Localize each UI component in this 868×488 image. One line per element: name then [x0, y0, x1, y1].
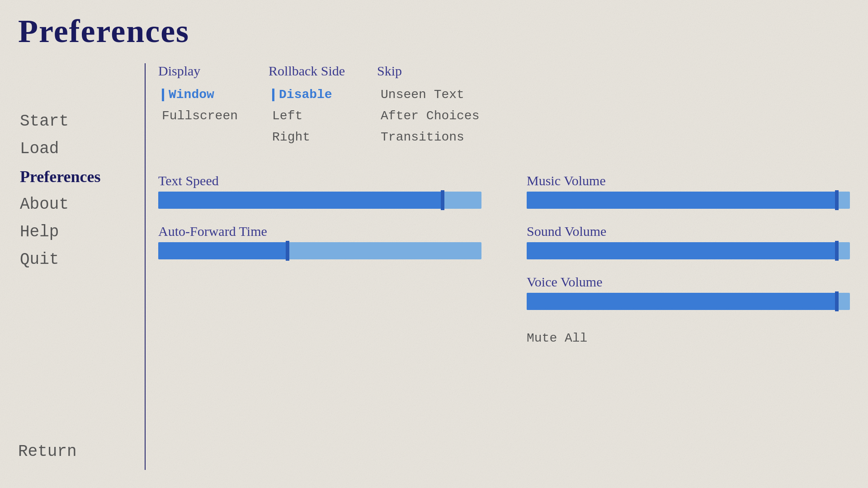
return-button[interactable]: Return — [18, 442, 77, 461]
sound-volume-fill — [527, 242, 837, 259]
sound-volume-slider-item: Sound Volume — [527, 224, 850, 261]
sidebar-item-preferences[interactable]: Preferences — [18, 164, 145, 190]
timing-sliders: Text Speed Auto-Forward Time — [158, 173, 481, 347]
skip-after-choices-option[interactable]: After Choices — [377, 107, 483, 125]
voice-volume-slider-item: Voice Volume — [527, 274, 850, 311]
sidebar-item-start[interactable]: Start — [18, 108, 145, 134]
page-title: Preferences — [18, 13, 189, 50]
rollback-disable-option[interactable]: Disable — [269, 86, 350, 103]
voice-volume-slider[interactable] — [527, 291, 850, 311]
skip-transitions-option[interactable]: Transitions — [377, 128, 483, 146]
voice-volume-track — [527, 293, 850, 310]
music-volume-track — [527, 192, 850, 209]
auto-forward-fill — [158, 242, 288, 259]
sound-volume-thumb — [835, 241, 839, 261]
voice-volume-fill — [527, 293, 837, 310]
text-speed-slider[interactable] — [158, 190, 481, 210]
mute-all-button[interactable]: Mute All — [527, 329, 850, 347]
music-volume-thumb — [835, 190, 839, 210]
auto-forward-thumb — [286, 241, 289, 261]
music-volume-slider-item: Music Volume — [527, 173, 850, 210]
sidebar-item-quit[interactable]: Quit — [18, 247, 145, 272]
display-group: Display Window Fullscreen — [158, 63, 241, 146]
sidebar-nav: Start Load Preferences About Help Quit — [18, 108, 145, 272]
music-volume-slider[interactable] — [527, 190, 850, 210]
auto-forward-slider[interactable] — [158, 241, 481, 261]
music-volume-label: Music Volume — [527, 173, 850, 188]
display-window-option[interactable]: Window — [158, 86, 241, 103]
voice-volume-thumb — [835, 291, 839, 311]
auto-forward-slider-item: Auto-Forward Time — [158, 224, 481, 261]
text-speed-fill — [158, 192, 443, 209]
main-content: Display Window Fullscreen Rollback Side … — [158, 63, 850, 470]
options-section: Display Window Fullscreen Rollback Side … — [158, 63, 850, 146]
text-speed-label: Text Speed — [158, 173, 481, 188]
rollback-right-option[interactable]: Right — [269, 128, 350, 146]
sidebar: Start Load Preferences About Help Quit R… — [18, 63, 145, 488]
sound-volume-track — [527, 242, 850, 259]
skip-title: Skip — [377, 63, 483, 79]
text-speed-thumb — [441, 190, 444, 210]
volume-sliders: Music Volume Sound Volume — [527, 173, 850, 347]
text-speed-track — [158, 192, 481, 209]
display-fullscreen-option[interactable]: Fullscreen — [158, 107, 241, 125]
rollback-group: Rollback Side Disable Left Right — [269, 63, 350, 146]
sound-volume-slider[interactable] — [527, 241, 850, 261]
auto-forward-label: Auto-Forward Time — [158, 224, 481, 239]
music-volume-fill — [527, 192, 837, 209]
sidebar-item-load[interactable]: Load — [18, 136, 145, 162]
skip-group: Skip Unseen Text After Choices Transitio… — [377, 63, 483, 146]
auto-forward-track — [158, 242, 481, 259]
voice-volume-label: Voice Volume — [527, 274, 850, 290]
sound-volume-label: Sound Volume — [527, 224, 850, 239]
sliders-section: Text Speed Auto-Forward Time — [158, 173, 850, 347]
skip-unseen-option[interactable]: Unseen Text — [377, 86, 483, 103]
sidebar-item-help[interactable]: Help — [18, 219, 145, 245]
sidebar-divider — [145, 63, 146, 470]
text-speed-slider-item: Text Speed — [158, 173, 481, 210]
sidebar-item-about[interactable]: About — [18, 192, 145, 217]
rollback-left-option[interactable]: Left — [269, 107, 350, 125]
rollback-title: Rollback Side — [269, 63, 350, 79]
display-title: Display — [158, 63, 241, 79]
